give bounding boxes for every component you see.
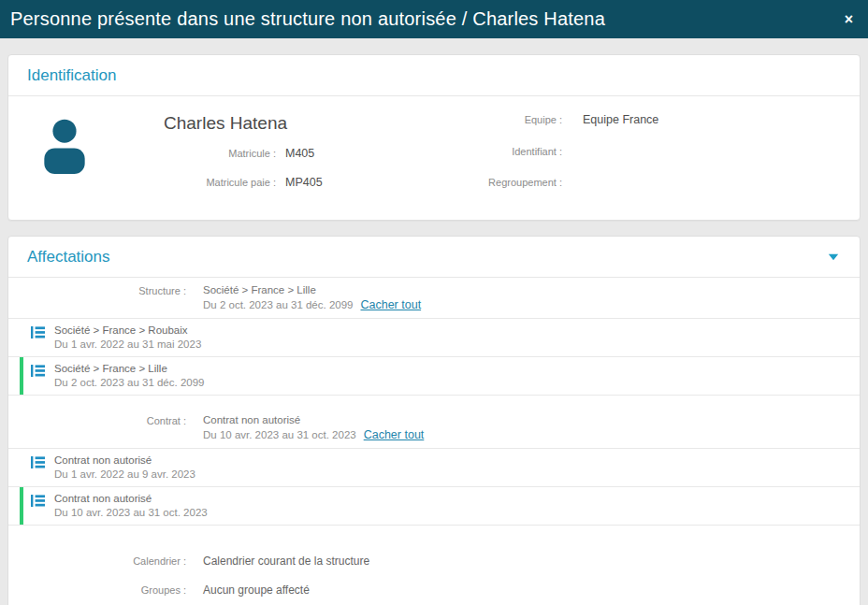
structure-current-period: Du 2 oct. 2023 au 31 déc. 2099 xyxy=(203,299,353,310)
regroupement-field: Regroupement : xyxy=(435,174,837,188)
person-avatar-icon xyxy=(36,112,93,205)
contrat-current-period: Du 10 avr. 2023 au 31 oct. 2023 xyxy=(203,429,356,440)
contrat-history-item-period: Du 10 avr. 2023 au 31 oct. 2023 xyxy=(54,506,208,520)
identifiant-field: Identifiant : xyxy=(435,143,837,157)
structure-history-item-text: Société > France > Roubaix Du 1 avr. 202… xyxy=(54,324,201,352)
equipe-label: Equipe : xyxy=(435,114,562,125)
matricule-field: Matricule : M405 xyxy=(164,147,323,160)
matricule-paie-value: MP405 xyxy=(285,176,323,189)
contrat-block: Contrat : Contrat non autorisé Du 10 avr… xyxy=(8,408,860,526)
structure-field: Structure : Société > France > Lille Du … xyxy=(8,278,860,318)
contrat-hide-all-link[interactable]: Cacher tout xyxy=(364,428,425,441)
identification-left-column: Charles Hatena Matricule : M405 Matricul… xyxy=(164,112,323,205)
contrat-current-period-row: Du 10 avr. 2023 au 31 oct. 2023Cacher to… xyxy=(203,427,424,442)
contrat-history-item-text: Contrat non autorisé Du 10 avr. 2023 au … xyxy=(54,492,208,520)
equipe-field: Equipe : Equipe France xyxy=(435,113,837,126)
chevron-down-icon[interactable] xyxy=(826,253,841,261)
equipe-value: Equipe France xyxy=(583,113,658,126)
structure-history-list: Société > France > Roubaix Du 1 avr. 202… xyxy=(8,318,860,396)
calendrier-value: Calendrier courant de la structure xyxy=(203,555,369,568)
structure-history-item-period: Du 1 avr. 2022 au 31 mai 2023 xyxy=(54,338,201,352)
structure-current-period-row: Du 2 oct. 2023 au 31 déc. 2099Cacher tou… xyxy=(203,297,421,312)
affectations-simple-fields: Calendrier : Calendrier courant de la st… xyxy=(8,555,860,605)
modal-titlebar: Personne présente dans une structure non… xyxy=(0,0,868,38)
contrat-history-item-title: Contrat non autorisé xyxy=(54,454,195,468)
contrat-value-block: Contrat non autorisé Du 10 avr. 2023 au … xyxy=(203,413,424,442)
contrat-history-item-active[interactable]: Contrat non autorisé Du 10 avr. 2023 au … xyxy=(8,487,860,526)
identifiant-label: Identifiant : xyxy=(435,146,562,157)
matricule-value: M405 xyxy=(285,147,314,160)
regroupement-label: Regroupement : xyxy=(435,177,562,188)
affectations-body: Structure : Société > France > Lille Du … xyxy=(8,278,860,605)
identification-body: Charles Hatena Matricule : M405 Matricul… xyxy=(8,96,860,220)
list-icon xyxy=(31,365,45,377)
structure-history-item-title: Société > France > Roubaix xyxy=(54,324,201,338)
person-name: Charles Hatena xyxy=(164,112,323,135)
list-icon xyxy=(31,495,45,507)
identification-heading: Identification xyxy=(27,66,116,85)
close-icon[interactable]: × xyxy=(845,12,853,27)
contrat-history-item-period: Du 1 avr. 2022 au 9 avr. 2023 xyxy=(54,468,195,482)
groupes-value: Aucun groupe affecté xyxy=(203,583,310,597)
calendrier-label: Calendrier : xyxy=(8,555,186,567)
contrat-field: Contrat : Contrat non autorisé Du 10 avr… xyxy=(8,408,860,448)
groupes-label: Groupes : xyxy=(8,584,186,596)
contrat-history-list: Contrat non autorisé Du 1 avr. 2022 au 9… xyxy=(8,448,860,526)
matricule-paie-field: Matricule paie : MP405 xyxy=(164,176,323,189)
list-icon xyxy=(31,456,45,468)
contrat-history-item-title: Contrat non autorisé xyxy=(54,492,208,506)
structure-label: Structure : xyxy=(8,283,186,312)
contrat-history-item[interactable]: Contrat non autorisé Du 1 avr. 2022 au 9… xyxy=(8,449,860,487)
affectations-card: Affectations Structure : Société > Franc… xyxy=(7,236,861,605)
structure-value-block: Société > France > Lille Du 2 oct. 2023 … xyxy=(203,283,421,312)
calendrier-field: Calendrier : Calendrier courant de la st… xyxy=(8,555,860,568)
identification-card-header: Identification xyxy=(8,55,860,96)
structure-history-item-title: Société > France > Lille xyxy=(54,362,204,376)
structure-history-item-active[interactable]: Société > France > Lille Du 2 oct. 2023 … xyxy=(8,357,860,396)
contrat-history-item-text: Contrat non autorisé Du 1 avr. 2022 au 9… xyxy=(54,454,195,482)
matricule-paie-label: Matricule paie : xyxy=(164,177,276,188)
matricule-label: Matricule : xyxy=(164,148,276,159)
modal-title: Personne présente dans une structure non… xyxy=(10,8,845,30)
contrat-label: Contrat : xyxy=(8,413,186,442)
structure-history-item-period: Du 2 oct. 2023 au 31 déc. 2099 xyxy=(54,376,204,390)
affectations-card-header: Affectations xyxy=(8,237,860,278)
structure-current-value: Société > France > Lille xyxy=(203,283,421,297)
structure-history-item[interactable]: Société > France > Roubaix Du 1 avr. 202… xyxy=(8,319,860,357)
structure-history-item-text: Société > France > Lille Du 2 oct. 2023 … xyxy=(54,362,204,390)
contrat-current-value: Contrat non autorisé xyxy=(203,413,424,427)
identification-card: Identification Charles Hatena Matricule … xyxy=(7,54,861,221)
list-icon xyxy=(31,326,45,339)
affectations-heading: Affectations xyxy=(27,248,110,266)
structure-hide-all-link[interactable]: Cacher tout xyxy=(360,298,421,311)
identification-right-column: Equipe : Equipe France Identifiant : Reg… xyxy=(435,112,837,205)
groupes-field: Groupes : Aucun groupe affecté xyxy=(8,583,860,597)
